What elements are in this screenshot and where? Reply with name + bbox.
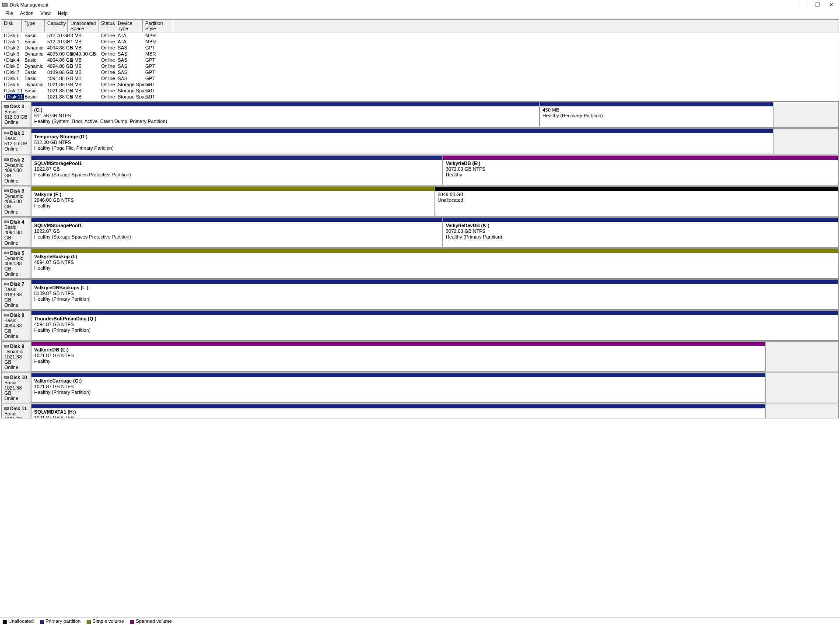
disk-row[interactable]: Disk 4Basic4094.88 GBOnlineSQLVMStorageP… [1, 217, 839, 248]
menu-action[interactable]: Action [17, 10, 37, 18]
disk-icon [4, 105, 9, 108]
partition[interactable] [774, 129, 838, 154]
disk-row[interactable]: Disk 11Basic1021.88 GBOnlineSQLVMDATA1 (… [1, 404, 839, 418]
partition[interactable]: (C:)511.56 GB NTFSHealthy (System, Boot,… [31, 102, 539, 127]
partition[interactable]: Valkyrie (F:)2046.00 GB NTFSHealthy [31, 186, 435, 216]
partition[interactable] [766, 373, 838, 403]
partition[interactable]: ValkyrieDevDB (K:)3072.00 GB NTFSHealthy… [443, 218, 838, 247]
partition[interactable]: ValkyrieDB (E:)3072.00 GB NTFSHealthy [443, 155, 838, 185]
partition-bar [435, 187, 838, 191]
partition-bar [32, 218, 442, 222]
col-capacity[interactable]: Capacity [45, 20, 68, 32]
disk-icon [4, 40, 5, 43]
menu-help[interactable]: Help [54, 10, 71, 18]
window-title: Disk Management [10, 2, 796, 7]
table-row[interactable]: Disk 10Basic1021.88 GB2 MBOnlineStorage … [1, 88, 839, 94]
partition[interactable]: SQLVMStoragePool11022.87 GBHealthy (Stor… [31, 218, 443, 247]
col-partition-style[interactable]: Partition Style [143, 20, 173, 32]
disk-row[interactable]: Disk 3Dynamic4095.00 GBOnlineValkyrie (F… [1, 186, 839, 217]
partition[interactable] [766, 404, 838, 418]
table-row[interactable]: Disk 3Dynamic4095.00 GB2049.00 GBOnlineS… [1, 51, 839, 57]
graphical-view[interactable]: Disk 0Basic512.00 GBOnline (C:)511.56 GB… [1, 101, 839, 418]
partition[interactable]: ValkryieDBBackups (L:)8189.87 GB NTFSHea… [31, 280, 838, 309]
disk-icon [4, 221, 9, 223]
disk-row[interactable]: Disk 7Basic8189.88 GBOnlineValkryieDBBac… [1, 279, 839, 310]
disk-icon [4, 77, 5, 80]
partition-bar [443, 156, 838, 160]
titlebar: Disk Management — ❐ ✕ [0, 0, 840, 10]
disk-label[interactable]: Disk 0Basic512.00 GBOnline [1, 102, 31, 128]
partition[interactable]: 2049.00 GBUnallocated [435, 186, 839, 216]
partition-bar [32, 156, 442, 160]
table-row[interactable]: Disk 2Dynamic4094.88 GB3 MBOnlineSASGPT [1, 45, 839, 51]
col-disk[interactable]: Disk [1, 20, 22, 32]
col-status[interactable]: Status [98, 20, 115, 32]
disk-row[interactable]: Disk 1Basic512.00 GBOnlineTemporary Stor… [1, 128, 839, 154]
partition-bar [32, 342, 765, 346]
disk-icon [4, 190, 9, 192]
maximize-button[interactable]: ❐ [810, 0, 824, 10]
disk-icon [4, 65, 5, 67]
table-row[interactable]: Disk 0Basic512.00 GB3 MBOnlineATAMBR [1, 32, 839, 39]
partition-bar [32, 249, 838, 253]
disk-label[interactable]: Disk 8Basic4094.88 GBOnline [1, 310, 31, 341]
disk-label[interactable]: Disk 11Basic1021.88 GBOnline [1, 404, 31, 418]
disk-row[interactable]: Disk 8Basic4094.88 GBOnlineThunderBoltPr… [1, 310, 839, 341]
disk-row[interactable]: Disk 0Basic512.00 GBOnline (C:)511.56 GB… [1, 102, 839, 128]
partition[interactable]: 450 MBHealthy (Recovery Partition) [539, 102, 774, 127]
table-row[interactable]: Disk 9Dynamic1021.88 GB2 MBOnlineStorage… [1, 81, 839, 88]
partition-bar [443, 218, 838, 222]
menubar: File Action View Help [0, 10, 840, 18]
table-row[interactable]: Disk 8Basic4094.88 GB2 MBOnlineSASGPT [1, 75, 839, 81]
disk-label[interactable]: Disk 10Basic1021.88 GBOnline [1, 372, 31, 403]
disk-icon [4, 252, 9, 254]
disk-row[interactable]: Disk 10Basic1021.88 GBOnlineValkyrieCarr… [1, 372, 839, 403]
disk-icon [4, 95, 5, 98]
disk-label[interactable]: Disk 4Basic4094.88 GBOnline [1, 217, 31, 248]
disk-row[interactable]: Disk 2Dynamic4094.88 GBOnlineSQLVMStorag… [1, 155, 839, 186]
partition[interactable]: Temporary Storage (D:)512.00 GB NTFSHeal… [31, 129, 774, 154]
table-row[interactable]: Disk 7Basic8189.88 GB2 MBOnlineSASGPT [1, 69, 839, 75]
partition[interactable] [774, 102, 838, 127]
disk-label[interactable]: Disk 7Basic8189.88 GBOnline [1, 279, 31, 310]
table-row[interactable]: Disk 1Basic512.00 GB1 MBOnlineATAMBR [1, 39, 839, 45]
svg-rect-0 [2, 3, 7, 7]
disk-icon [4, 34, 5, 37]
disk-icon [4, 345, 9, 348]
disk-icon [4, 59, 5, 61]
partition[interactable]: SQLVMStoragePool11022.87 GBHealthy (Stor… [31, 155, 443, 185]
disk-row[interactable]: Disk 9Dynamic1021.88 GBOnlineValkyrieDB … [1, 341, 839, 372]
close-button[interactable]: ✕ [824, 0, 838, 10]
disk-label[interactable]: Disk 5Dynamic4094.88 GBOnline [1, 248, 31, 279]
disk-icon [4, 158, 9, 161]
col-type[interactable]: Type [22, 20, 45, 32]
table-row[interactable]: Disk 4Basic4094.88 GB2 MBOnlineSASGPT [1, 57, 839, 63]
disk-icon [4, 376, 9, 379]
menu-view[interactable]: View [37, 10, 54, 18]
col-unallocated[interactable]: Unallocated Space [68, 20, 98, 32]
table-row[interactable]: Disk 11Basic1021.88 GB2 MBOnlineStorage … [1, 94, 839, 100]
disk-icon [4, 314, 9, 316]
disk-list: Disk Type Capacity Unallocated Space Sta… [1, 19, 839, 100]
col-device-type[interactable]: Device Type [115, 20, 143, 32]
table-row[interactable]: Disk 5Dynamic4094.88 GB3 MBOnlineSASGPT [1, 63, 839, 69]
disk-label[interactable]: Disk 3Dynamic4095.00 GBOnline [1, 186, 31, 217]
disk-label[interactable]: Disk 1Basic512.00 GBOnline [1, 128, 31, 154]
disk-label[interactable]: Disk 9Dynamic1021.88 GBOnline [1, 341, 31, 372]
partition[interactable]: ValkyrieCarriage (G:)1021.87 GB NTFSHeal… [31, 373, 766, 403]
menu-file[interactable]: File [2, 10, 17, 18]
partition-bar [32, 373, 765, 377]
partition-bar [32, 311, 838, 315]
app-icon [2, 2, 8, 8]
disk-label[interactable]: Disk 2Dynamic4094.88 GBOnline [1, 155, 31, 186]
disk-icon [4, 89, 5, 92]
svg-rect-1 [3, 4, 7, 4]
minimize-button[interactable]: — [796, 0, 810, 10]
partition[interactable]: ValkyrieDB (E:)1021.87 GB NTFSHealthy [31, 342, 766, 372]
partition[interactable] [766, 342, 838, 372]
disk-icon [4, 283, 9, 285]
partition[interactable]: ThunderBoltPrismData (Q:)4094.87 GB NTFS… [31, 311, 838, 341]
partition[interactable]: SQLVMDATA1 (H:)1021.87 GB NTFSHealthy (P… [31, 404, 766, 418]
partition[interactable]: ValkyrieBackup (I:)4094.87 GB NTFSHealth… [31, 249, 838, 278]
disk-row[interactable]: Disk 5Dynamic4094.88 GBOnlineValkyrieBac… [1, 248, 839, 279]
